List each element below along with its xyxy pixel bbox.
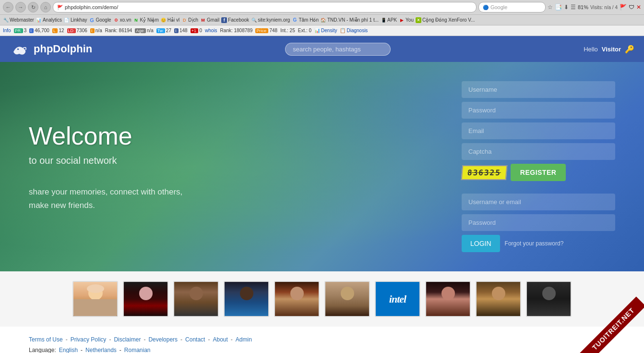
info-bar: Info PR: 3 I: 46,700 L: 12 LD: 7306 I: n… [0,25,644,36]
search-bar[interactable]: 🔵 Google [478,2,546,12]
header-search-input[interactable] [285,43,391,56]
gmail-icon: M [200,17,206,23]
bookmark-kyniem2[interactable]: 🔍 site:kyniem.org [251,17,290,23]
browser-nav: ← → ↻ ⌂ 🚩 phpdolphin.com/demo/ 🔵 Google … [0,0,644,15]
login-username-input[interactable] [462,194,615,210]
density-link[interactable]: 📊 Density [314,28,337,33]
register-captcha-input[interactable] [462,143,615,160]
whois-link[interactable]: whois [205,28,217,33]
bookmark-webmaster[interactable]: 🔧 Webmaster [3,17,34,23]
fb-badge: I: 148 [174,28,188,33]
hero-tagline-line1: share your memories, connect with others… [29,185,462,198]
youtube-icon: ▶ [399,17,405,23]
header-right: Hello Visitor 🔑 [584,45,634,54]
rank-badge: Rank: 86194 [105,28,132,33]
bookmark-gmail[interactable]: M Gmail [200,17,219,23]
footer-disclaimer-link[interactable]: Disclaimer [114,336,141,343]
member-avatar-4[interactable] [224,281,269,317]
bookmark-google[interactable]: G Google [89,17,111,23]
member-avatar-9[interactable] [476,281,521,317]
forgot-password-link[interactable]: Forgot your password? [505,240,564,247]
search-label: Google [490,4,507,10]
hero-subtitle: to our social network [29,155,462,166]
footer-contact-link[interactable]: Contact [185,336,205,343]
dolphin-logo-icon [10,42,29,56]
footer-developers-link[interactable]: Developers [148,336,178,343]
back-button[interactable]: ← [3,2,13,12]
intel-label: intel [389,293,406,305]
bookmark-icon[interactable]: 📑 [555,4,562,11]
member-avatar-intel[interactable]: intel [375,281,420,317]
bookmark-facebook[interactable]: f Facebook [221,17,249,23]
language-romanian[interactable]: Romanian [124,347,151,353]
hero-section: Welcome to our social network share your… [0,62,644,271]
reload-button[interactable]: ↻ [28,2,38,12]
bookmark-dich[interactable]: D Dịch [181,17,198,23]
bookmark-apk[interactable]: 📱 APK [381,17,397,23]
bookmark-linkhay[interactable]: 📄 Linkhay [64,17,87,23]
download-icon[interactable]: ⬇ [564,4,569,11]
tamhon-icon: G [292,17,298,23]
register-password-input[interactable] [462,102,615,119]
zoom-level: 81% [578,4,588,10]
address-bar[interactable]: 🚩 phpdolphin.com/demo/ [53,2,477,12]
svg-point-0 [17,49,19,50]
nav-icons: ☆ 📑 ⬇ ☰ [548,4,576,11]
login-row: LOGIN Forgot your password? [462,235,615,252]
register-username-input[interactable] [462,81,615,98]
star-icon[interactable]: ☆ [548,4,553,11]
member-avatar-2[interactable] [123,281,168,317]
hero-title: Welcome [29,122,462,150]
footer-privacy-link[interactable]: Privacy Policy [71,336,107,343]
tw-badge: Tw: 27 [156,28,171,33]
visitor-label: Visitor [602,46,621,53]
haivl-icon: 😊 [161,17,167,23]
pr-badge: PR: 3 [14,28,27,33]
register-button[interactable]: REGISTER [511,164,566,181]
footer-admin-link[interactable]: Admin [236,336,252,343]
settings-icon[interactable]: 🔑 [625,45,634,54]
footer-terms-link[interactable]: Terms of Use [29,336,63,343]
xovn-icon: ⚙ [113,17,119,23]
bookmark-you[interactable]: ▶ You [399,17,414,23]
member-avatar-1[interactable] [72,281,118,317]
address-text: phpdolphin.com/demo/ [65,4,118,10]
webmaster-icon: 🔧 [3,17,9,23]
analytics-icon: 📊 [36,17,42,23]
diagnosis-link[interactable]: 📋 Diagnosis [340,28,368,33]
bookmark-analytics[interactable]: 📊 Analytics [36,17,62,23]
menu-icon[interactable]: ☰ [571,4,576,11]
ina-badge: I: n/a [90,28,102,33]
member-avatar-6[interactable] [324,281,370,317]
member-avatar-8[interactable] [425,281,471,317]
bookmark-xenforo[interactable]: X Cộng Đồng XenForo V... [416,17,475,23]
language-english[interactable]: English [59,347,78,353]
bookmark-tamhon[interactable]: G Tâm Hồn [292,17,319,23]
language-netherlands[interactable]: Netherlands [85,347,117,353]
member-avatar-5[interactable] [274,281,320,317]
shield-icon: 🛡 [629,4,634,11]
bookmark-kyniem[interactable]: N Kỷ Niệm [133,17,159,23]
ld-badge: LD: 7306 [67,28,87,33]
app-name: phpDolphin [34,43,92,55]
footer-about-link[interactable]: About [213,336,227,343]
register-login-panel: 836325 REGISTER LOGIN Forgot your passwo… [462,81,615,252]
forward-button[interactable]: → [15,2,26,12]
bookmark-xovn[interactable]: ⚙ xo.vn [113,17,131,23]
info-link[interactable]: Info [3,28,11,33]
app-header: phpDolphin Hello Visitor 🔑 [0,36,644,62]
bookmark-tnd[interactable]: 🏠 TND.VN - Miễn phí 1 t... [321,17,379,23]
app-logo: phpDolphin [10,42,92,56]
home-button[interactable]: ⌂ [40,2,51,12]
member-avatar-3[interactable] [173,281,219,317]
login-password-input[interactable] [462,214,615,231]
x-icon: ✕ [636,4,641,11]
member-avatar-10[interactable] [526,281,572,317]
login-button[interactable]: LOGIN [462,235,500,252]
int-badge: Int.: 25 [280,28,295,33]
members-section: intel [0,271,644,327]
xenforo-icon: X [416,17,421,23]
register-email-input[interactable] [462,122,615,139]
kyniem2-icon: 🔍 [251,17,257,23]
bookmark-haivl[interactable]: 😊 Hải vl [161,17,179,23]
